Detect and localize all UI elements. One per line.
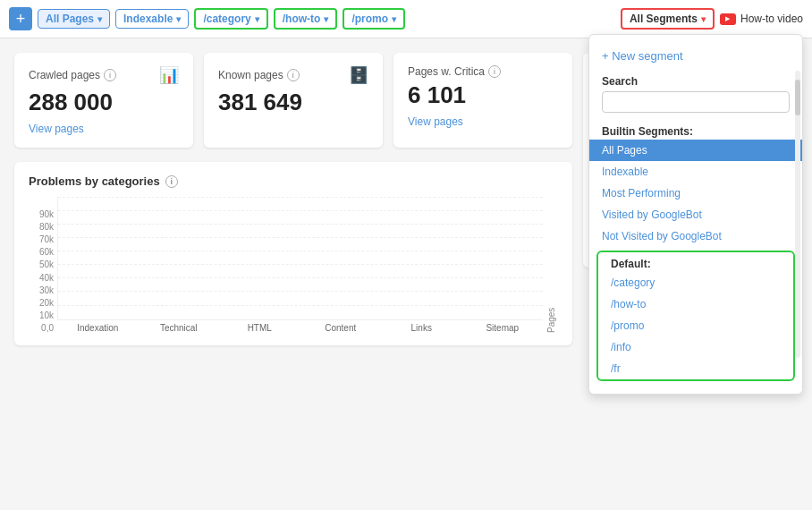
segment-fr[interactable]: /fr bbox=[598, 358, 793, 379]
segments-dropdown: + New segment Search Builtin Segments: A… bbox=[588, 34, 803, 395]
segment-visited-googlebot[interactable]: Visited by GoogleBot bbox=[589, 204, 802, 225]
y-axis: 90k 80k 70k 60k 50k 40k 30k 20k 10k 0,0 bbox=[29, 209, 57, 333]
search-box bbox=[602, 91, 790, 113]
x-label-links: Links bbox=[390, 323, 453, 333]
scrollbar-thumb[interactable] bbox=[795, 80, 800, 115]
info-icon[interactable]: i bbox=[165, 175, 178, 188]
segment-not-visited-googlebot[interactable]: Not Visited by GoogleBot bbox=[589, 225, 802, 247]
toolbar: + All Pages ▾ Indexable ▾ /category ▾ /h… bbox=[0, 0, 812, 38]
x-axis-labels: Indexation Technical HTML Content Links … bbox=[57, 320, 543, 333]
segment-promo[interactable]: /promo bbox=[598, 315, 793, 336]
critical-pages-label: Pages w. Critica i bbox=[408, 65, 558, 78]
x-label-sitemap: Sitemap bbox=[471, 323, 535, 333]
problems-by-categories-chart: Problems by categories i 90k 80k 70k 60k… bbox=[14, 162, 572, 345]
info-icon[interactable]: i bbox=[104, 69, 116, 81]
crawled-pages-card: Crawled pages i 📊 288 000 View pages bbox=[14, 53, 193, 148]
chevron-down-icon: ▾ bbox=[324, 14, 328, 24]
chevron-down-icon: ▾ bbox=[255, 14, 259, 24]
segment-howto[interactable]: /how-to bbox=[598, 293, 793, 315]
crawled-pages-value: 288 000 bbox=[29, 89, 179, 116]
scrollbar[interactable] bbox=[795, 71, 800, 358]
all-pages-filter[interactable]: All Pages ▾ bbox=[38, 9, 110, 29]
search-input[interactable] bbox=[602, 91, 790, 113]
chart-area bbox=[57, 197, 543, 320]
new-segment-button[interactable]: + New segment bbox=[589, 44, 802, 68]
critical-pages-link[interactable]: View pages bbox=[408, 115, 463, 128]
all-segments-button[interactable]: All Segments ▾ bbox=[621, 8, 715, 30]
x-label-technical: Technical bbox=[148, 323, 211, 333]
howto-filter[interactable]: /how-to ▾ bbox=[274, 8, 338, 30]
y-axis-label: Pages bbox=[546, 209, 556, 333]
bar-chart-icon: 📊 bbox=[159, 65, 179, 85]
segment-indexable[interactable]: Indexable bbox=[589, 161, 802, 183]
known-pages-card: Known pages i 🗄️ 381 649 bbox=[204, 53, 383, 148]
default-label: Default: bbox=[598, 252, 793, 272]
youtube-icon bbox=[720, 13, 736, 25]
category-filter[interactable]: /category ▾ bbox=[194, 8, 267, 30]
segment-info[interactable]: /info bbox=[598, 336, 793, 358]
critical-pages-card: Pages w. Critica i 6 101 View pages bbox=[393, 53, 572, 148]
database-icon: 🗄️ bbox=[349, 65, 368, 85]
chevron-down-icon: ▾ bbox=[392, 14, 396, 24]
segment-category[interactable]: /category bbox=[598, 272, 793, 293]
chart-title: Problems by categories i bbox=[29, 174, 558, 188]
promo-filter[interactable]: /promo ▾ bbox=[343, 8, 405, 30]
indexable-filter[interactable]: Indexable ▾ bbox=[115, 9, 189, 29]
grid bbox=[58, 197, 543, 319]
howto-video-button[interactable]: How-to video bbox=[720, 13, 803, 25]
left-panel: Crawled pages i 📊 288 000 View pages Kno… bbox=[14, 53, 572, 493]
builtin-sections-label: Builtin Segments: bbox=[589, 120, 802, 140]
info-icon[interactable]: i bbox=[488, 65, 501, 78]
info-icon[interactable]: i bbox=[287, 69, 300, 81]
search-label: Search bbox=[589, 68, 802, 91]
x-label-indexation: Indexation bbox=[66, 323, 130, 333]
known-pages-label: Known pages i 🗄️ bbox=[218, 65, 368, 85]
crawled-pages-link[interactable]: View pages bbox=[29, 123, 84, 135]
metrics-row: Crawled pages i 📊 288 000 View pages Kno… bbox=[14, 53, 572, 148]
chevron-down-icon: ▾ bbox=[176, 14, 181, 24]
crawled-pages-label: Crawled pages i 📊 bbox=[29, 65, 179, 85]
chevron-down-icon: ▾ bbox=[701, 14, 706, 24]
add-button[interactable]: + bbox=[9, 7, 32, 30]
chevron-down-icon: ▾ bbox=[97, 14, 102, 24]
segment-most-performing[interactable]: Most Performing bbox=[589, 183, 802, 204]
bars-container: Indexation Technical HTML Content Links … bbox=[57, 197, 543, 333]
x-label-content: Content bbox=[309, 323, 373, 333]
x-label-html: HTML bbox=[228, 323, 292, 333]
known-pages-value: 381 649 bbox=[218, 89, 368, 116]
chart-body: 90k 80k 70k 60k 50k 40k 30k 20k 10k 0,0 bbox=[29, 197, 558, 333]
critical-pages-value: 6 101 bbox=[408, 81, 558, 109]
segment-all-pages[interactable]: All Pages bbox=[589, 140, 802, 161]
default-section: Default: /category /how-to /promo /info … bbox=[596, 251, 795, 381]
